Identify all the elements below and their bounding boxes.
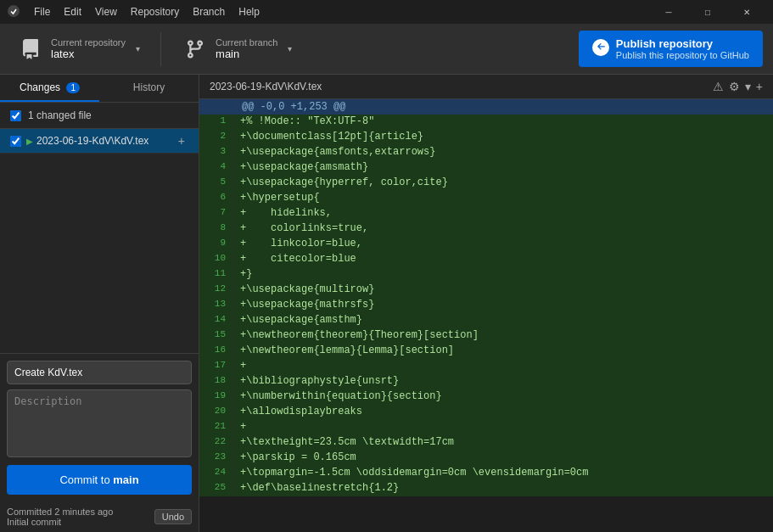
line-number: 14 [199,313,233,328]
committed-info: Committed 2 minutes ago Initial commit U… [0,501,199,532]
tab-history[interactable]: History [99,75,199,102]
dropdown-arrow-icon[interactable]: ▾ [745,80,751,93]
menu-branch[interactable]: Branch [186,4,232,20]
line-content: +% !Mode:: "TeX:UTF-8" [233,115,773,130]
publish-title: Publish repository [616,37,749,50]
line-content: +\parskip = 0.165cm [233,451,773,466]
publish-repository-button[interactable]: Publish repository Publish this reposito… [579,31,763,67]
menu-view[interactable]: View [88,4,124,20]
line-content: +\documentclass[12pt]{article} [233,130,773,145]
line-content: +\newtheorem{theorem}{Theorem}[section] [233,328,773,344]
repository-icon [17,36,44,63]
close-button[interactable]: ✕ [727,0,766,24]
commit-button-branch: main [113,473,138,486]
current-repository-section[interactable]: Current repository latex ▾ [10,31,147,68]
menu-repository[interactable]: Repository [124,4,186,20]
line-number: 5 [199,176,233,191]
diff-line: 23+\parskip = 0.165cm [199,451,773,466]
current-branch-section[interactable]: Current branch main ▾ [175,31,299,68]
file-name: 2023-06-19-KdV\KdV.tex [36,135,175,147]
commit-message-input[interactable] [7,361,192,384]
diff-line: 9+ linkcolor=blue, [199,237,773,252]
line-number: 12 [199,283,233,298]
diff-lines-container: 1+% !Mode:: "TeX:UTF-8"2+\documentclass[… [199,115,773,496]
diff-line: 1+% !Mode:: "TeX:UTF-8" [199,115,773,130]
menu-help[interactable]: Help [232,4,266,20]
publish-icon [592,39,609,59]
line-content: + hidelinks, [233,206,773,221]
tab-changes[interactable]: Changes 1 [0,75,99,102]
branch-icon [182,36,209,63]
diff-line: 6+\hypersetup{ [199,191,773,206]
menu-file[interactable]: File [27,4,57,20]
line-number: 23 [199,451,233,466]
diff-line: 16+\newtheorem{lemma}{Lemma}[section] [199,344,773,359]
sidebar: Changes 1 History 1 changed file ▶ 2023-… [0,75,199,532]
menu-bar: File Edit View Repository Branch Help [27,4,266,20]
committed-text-block: Committed 2 minutes ago Initial commit [7,507,113,527]
line-content: +\numberwithin{equation}{section} [233,389,773,405]
line-number: 10 [199,252,233,267]
window-controls: ─ □ ✕ [649,0,766,24]
diff-line: 21+ [199,420,773,435]
line-content: +\usepackage{multirow} [233,283,773,298]
diff-content[interactable]: @@ -0,0 +1,253 @@ 1+% !Mode:: "TeX:UTF-8… [199,99,773,532]
undo-button[interactable]: Undo [154,509,192,524]
diff-panel: 2023-06-19-KdV\KdV.tex ⚠ ⚙ ▾ + @@ -0,0 +… [199,75,773,532]
diff-line: 14+\usepackage{amsthm} [199,313,773,328]
line-number: 9 [199,237,233,252]
line-number: 25 [199,481,233,496]
menu-edit[interactable]: Edit [57,4,88,20]
diff-line: 7+ hidelinks, [199,206,773,221]
line-content: +\textheight=23.5cm \textwidth=17cm [233,435,773,451]
repository-dropdown-arrow: ▾ [136,44,140,53]
file-checkbox[interactable] [10,136,21,147]
line-number: 18 [199,374,233,389]
changes-badge: 1 [66,82,80,93]
tab-bar: Changes 1 History [0,75,199,103]
line-content: +\usepackage{amsmath} [233,160,773,176]
line-content: + [233,420,773,435]
diff-line: 10+ citecolor=blue [199,252,773,267]
toolbar: Current repository latex ▾ Current branc… [0,24,773,75]
commit-button[interactable]: Commit to main [7,465,192,495]
diff-header: 2023-06-19-KdV\KdV.tex ⚠ ⚙ ▾ + [199,75,773,99]
diff-line: 24+\topmargin=-1.5cm \oddsidemargin=0cm … [199,466,773,481]
line-number: 7 [199,206,233,221]
line-number: 19 [199,389,233,405]
branch-text: Current branch main [216,37,277,60]
file-add-button[interactable]: + [175,134,188,148]
line-number: 13 [199,298,233,313]
commit-description-input[interactable] [7,389,192,457]
diff-line: 13+\usepackage{mathrsfs} [199,298,773,313]
file-status-icon: ▶ [26,137,33,146]
line-number: 2 [199,130,233,145]
svg-point-0 [8,5,20,17]
line-number: 8 [199,221,233,237]
line-number: 24 [199,466,233,481]
line-number: 17 [199,359,233,374]
committed-time: Committed 2 minutes ago [7,507,113,517]
toolbar-divider-1 [160,32,161,66]
line-content: + [233,359,773,374]
line-number: 4 [199,160,233,176]
diff-header-icons: ⚠ ⚙ ▾ + [713,80,763,93]
maximize-button[interactable]: □ [688,0,727,24]
minimize-button[interactable]: ─ [649,0,688,24]
file-item[interactable]: ▶ 2023-06-19-KdV\KdV.tex + [0,129,199,154]
diff-line: 17+ [199,359,773,374]
line-number: 11 [199,267,233,283]
diff-file-path: 2023-06-19-KdV\KdV.tex [210,81,713,92]
line-content: +\hypersetup{ [233,191,773,206]
diff-line: 15+\newtheorem{theorem}{Theorem}[section… [199,328,773,344]
commit-area: Commit to main [0,353,199,501]
settings-icon[interactable]: ⚙ [729,80,740,93]
diff-line: 5+\usepackage{hyperref, color,cite} [199,176,773,191]
diff-line: 3+\usepackage{amsfonts,extarrows} [199,145,773,160]
diff-line: 2+\documentclass[12pt]{article} [199,130,773,145]
plus-icon[interactable]: + [756,80,763,93]
changed-files-count: 1 changed file [28,109,92,121]
line-number: 20 [199,405,233,420]
branch-name: main [216,48,277,60]
select-all-checkbox[interactable] [10,110,21,121]
